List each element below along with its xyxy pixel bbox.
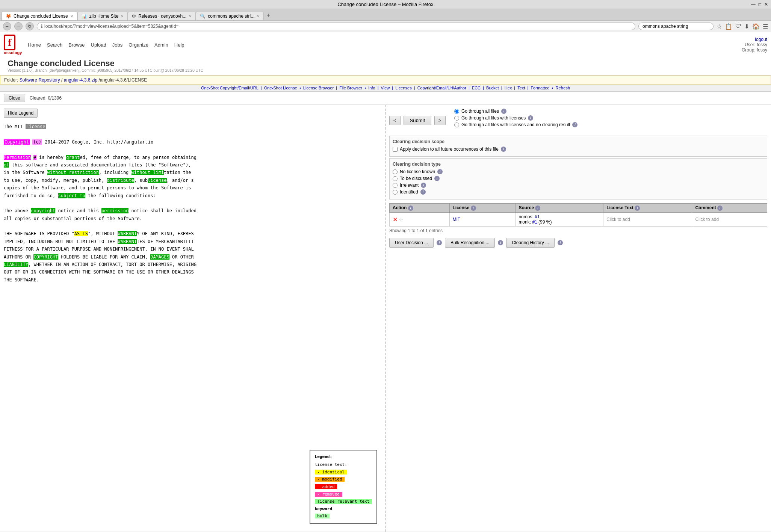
link-bucket[interactable]: Bucket xyxy=(486,86,499,90)
hide-legend-button[interactable]: Hide Legend xyxy=(4,109,38,118)
tab-commons-close[interactable]: ✕ xyxy=(257,14,260,18)
link-info[interactable]: Info xyxy=(368,86,375,90)
menu-icon[interactable]: ☰ xyxy=(763,23,768,30)
download-icon[interactable]: ⬇ xyxy=(744,23,749,30)
all-files-info-icon[interactable]: i xyxy=(501,109,506,114)
license-col-info[interactable]: i xyxy=(471,206,476,211)
link-formatted[interactable]: Formatted xyxy=(531,86,549,90)
legend-box: Legend: license text: - identical - modi… xyxy=(310,450,377,524)
legend-bulk: bulk xyxy=(315,513,372,520)
no-clearing-info-icon[interactable]: i xyxy=(572,122,577,127)
nav-browse[interactable]: Browse xyxy=(68,42,85,48)
zip-link[interactable]: angular-4.3.6.zip xyxy=(64,77,97,83)
home-icon[interactable]: 🏠 xyxy=(752,23,760,30)
license-table: Action i License i Source i License Text… xyxy=(389,203,767,227)
close-window-button[interactable]: ✕ xyxy=(764,2,768,7)
link-text[interactable]: Text xyxy=(517,86,525,90)
nav-upload[interactable]: Upload xyxy=(91,42,106,48)
identified-info-icon[interactable]: i xyxy=(420,189,426,195)
radio-identified-input[interactable] xyxy=(393,190,398,195)
apply-decision-checkbox[interactable] xyxy=(393,147,398,152)
delete-button[interactable]: ✕ xyxy=(393,216,398,223)
logout-link[interactable]: logout xyxy=(755,37,767,42)
minimize-button[interactable]: — xyxy=(751,2,756,7)
col-license-text: License Text i xyxy=(603,204,692,213)
pocket-icon[interactable]: 🛡 xyxy=(735,23,741,30)
link-ecc[interactable]: ECC xyxy=(472,86,481,90)
comment-cell[interactable]: Click to add xyxy=(692,213,767,227)
nav-home[interactable]: Home xyxy=(28,42,41,48)
clearing-history-button[interactable]: Clearing History ... xyxy=(506,238,555,248)
license-text-cell[interactable]: Click to add xyxy=(603,213,692,227)
license-link[interactable]: MIT xyxy=(453,217,461,222)
link-oneshot-copyright[interactable]: One-Shot Copyright/Email/URL xyxy=(201,86,259,90)
new-tab-button[interactable]: + xyxy=(264,11,273,20)
tab-releases-close[interactable]: ✕ xyxy=(189,14,192,18)
link-licenses[interactable]: Licenses xyxy=(395,86,411,90)
irrelevant-info-icon[interactable]: i xyxy=(421,183,426,188)
refresh-button[interactable]: ↻ xyxy=(26,22,34,30)
user-decision-button[interactable]: User Decision ... xyxy=(389,238,434,248)
copyright-highlight: Copyright xyxy=(4,139,30,145)
clearing-history-info-icon[interactable]: i xyxy=(558,240,563,245)
nav-organize[interactable]: Organize xyxy=(128,42,148,48)
tab-change-concluded-license[interactable]: 🦊 Change concluded License ✕ xyxy=(2,12,77,20)
back-button[interactable]: ← xyxy=(3,22,11,30)
nav-search[interactable]: Search xyxy=(47,42,62,48)
close-button[interactable]: Close xyxy=(4,94,25,102)
link-file-browser[interactable]: File Browser xyxy=(339,86,362,90)
monk-link[interactable]: #1 xyxy=(532,219,537,225)
radio-no-license-input[interactable] xyxy=(393,169,398,174)
folder-link[interactable]: Software Repository xyxy=(20,77,60,83)
reader-icon[interactable]: 📋 xyxy=(725,23,732,30)
submit-button[interactable]: Submit xyxy=(404,116,431,125)
license-text-col-info[interactable]: i xyxy=(635,206,640,211)
forward-button[interactable]: → xyxy=(14,22,23,30)
nav-jobs[interactable]: Jobs xyxy=(112,42,122,48)
right-panel: < Submit > Go through all files i Go thr… xyxy=(386,105,771,532)
tab-close-button[interactable]: ✕ xyxy=(70,14,73,18)
tab-zlib[interactable]: 📊 zlib Home Site ✕ xyxy=(77,12,128,20)
maximize-button[interactable]: □ xyxy=(759,2,761,7)
scope-info-icon[interactable]: i xyxy=(501,147,506,152)
info-icon: ℹ xyxy=(41,24,43,29)
with-licenses-info-icon[interactable]: i xyxy=(528,115,533,121)
radio-with-licenses-input[interactable] xyxy=(454,116,459,121)
no-license-info-icon[interactable]: i xyxy=(437,169,443,174)
legend-license-text: license text: xyxy=(315,461,372,468)
radio-to-be-discussed-input[interactable] xyxy=(393,176,398,181)
link-license-browser[interactable]: License Browser xyxy=(303,86,334,90)
to-be-discussed-info-icon[interactable]: i xyxy=(434,176,440,181)
radio-irrelevant-input[interactable] xyxy=(393,183,398,188)
link-hex[interactable]: Hex xyxy=(505,86,512,90)
user-decision-info-icon[interactable]: i xyxy=(437,240,442,245)
address-field[interactable]: ℹ localhost/repo/?mod=view-license&uploa… xyxy=(37,23,635,30)
tab-zlib-close[interactable]: ✕ xyxy=(121,14,124,18)
next-button[interactable]: > xyxy=(434,116,446,125)
radio-with-licenses: Go through all files with licenses i xyxy=(454,115,578,121)
bulk-recognition-button[interactable]: Bulk Recognition ... xyxy=(445,238,495,248)
radio-no-clearing-input[interactable] xyxy=(454,122,459,127)
window-controls[interactable]: — □ ✕ xyxy=(751,2,768,7)
bulk-recognition-info-icon[interactable]: i xyxy=(498,240,503,245)
source-col-info[interactable]: i xyxy=(535,206,540,211)
left-panel[interactable]: Hide Legend The MIT License Copyright (c… xyxy=(0,105,386,532)
star-button[interactable]: ☆ xyxy=(399,217,404,223)
tab-commons[interactable]: 🔍 commons apache stri... ✕ xyxy=(196,12,264,20)
action-col-info[interactable]: i xyxy=(408,206,413,211)
link-view[interactable]: View xyxy=(381,86,390,90)
link-refresh[interactable]: Refresh xyxy=(556,86,570,90)
comment-col-info[interactable]: i xyxy=(717,206,723,211)
prev-button[interactable]: < xyxy=(389,116,401,125)
tab-releases[interactable]: ⚙ Releases · denysdovh... ✕ xyxy=(128,12,196,20)
toolbar-links: One-Shot Copyright/Email/URL | One-Shot … xyxy=(0,85,771,92)
nav-help[interactable]: Help xyxy=(174,42,184,48)
clearing-decision-type: Clearing decision type No license known … xyxy=(389,158,767,200)
nomos-link[interactable]: #1 xyxy=(535,214,540,219)
bookmark-icon[interactable]: ☆ xyxy=(717,23,722,30)
radio-all-files-input[interactable] xyxy=(454,109,459,114)
link-copyright[interactable]: Copyright/Email/Url/Author xyxy=(417,86,466,90)
nav-admin[interactable]: Admin xyxy=(154,42,168,48)
search-field[interactable]: ommons apache string xyxy=(638,23,714,30)
link-oneshot-license[interactable]: One-Shot License xyxy=(264,86,297,90)
